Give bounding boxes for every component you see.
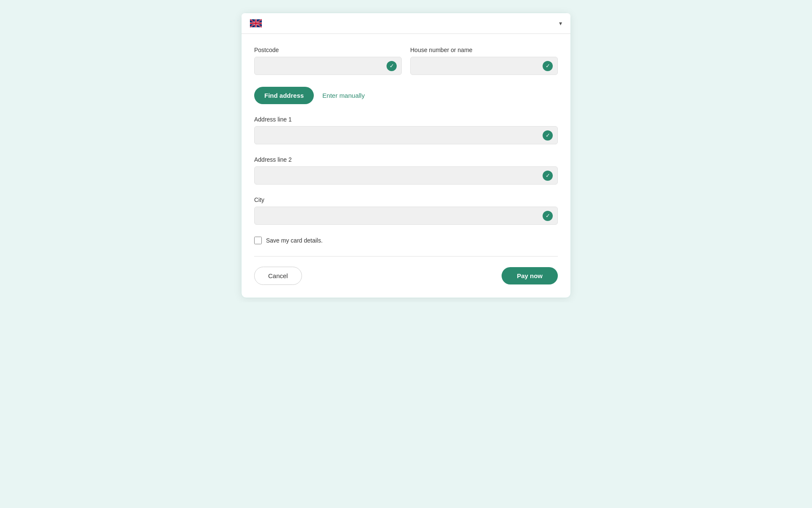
address2-input[interactable] <box>254 166 558 185</box>
house-field-group: House number or name ✓ <box>410 47 558 75</box>
address2-field-group: Address line 2 ✓ <box>254 156 558 185</box>
enter-manually-button[interactable]: Enter manually <box>322 92 365 99</box>
postcode-label: Postcode <box>254 47 402 53</box>
save-card-checkbox[interactable] <box>254 237 262 244</box>
country-selector[interactable]: ▾ <box>241 13 571 34</box>
footer-divider <box>254 256 558 257</box>
address1-check-icon: ✓ <box>543 130 553 141</box>
city-label: City <box>254 196 558 203</box>
postcode-input-wrapper: ✓ <box>254 57 402 75</box>
house-input-wrapper: ✓ <box>410 57 558 75</box>
city-input[interactable] <box>254 207 558 225</box>
save-card-row: Save my card details. <box>254 237 558 244</box>
address2-check-icon: ✓ <box>543 171 553 181</box>
postcode-check-icon: ✓ <box>387 61 397 71</box>
address-search-row: Find address Enter manually <box>254 87 558 104</box>
postcode-input[interactable] <box>254 57 402 75</box>
address1-input-wrapper: ✓ <box>254 126 558 144</box>
uk-flag-icon <box>250 19 262 28</box>
pay-now-button[interactable]: Pay now <box>502 267 558 284</box>
postcode-house-row: Postcode ✓ House number or name ✓ <box>254 47 558 75</box>
city-field-group: City ✓ <box>254 196 558 225</box>
address1-label: Address line 1 <box>254 116 558 123</box>
house-check-icon: ✓ <box>543 61 553 71</box>
save-card-label[interactable]: Save my card details. <box>266 237 323 244</box>
chevron-down-icon: ▾ <box>559 20 562 27</box>
find-address-button[interactable]: Find address <box>254 87 314 104</box>
address1-field-group: Address line 1 ✓ <box>254 116 558 144</box>
bottom-bar <box>241 302 571 315</box>
house-input[interactable] <box>410 57 558 75</box>
address1-input[interactable] <box>254 126 558 144</box>
address2-label: Address line 2 <box>254 156 558 163</box>
address2-input-wrapper: ✓ <box>254 166 558 185</box>
postcode-field-group: Postcode ✓ <box>254 47 402 75</box>
footer-buttons: Cancel Pay now <box>254 267 558 285</box>
house-label: House number or name <box>410 47 558 53</box>
city-input-wrapper: ✓ <box>254 207 558 225</box>
cancel-button[interactable]: Cancel <box>254 267 302 285</box>
city-check-icon: ✓ <box>543 211 553 221</box>
